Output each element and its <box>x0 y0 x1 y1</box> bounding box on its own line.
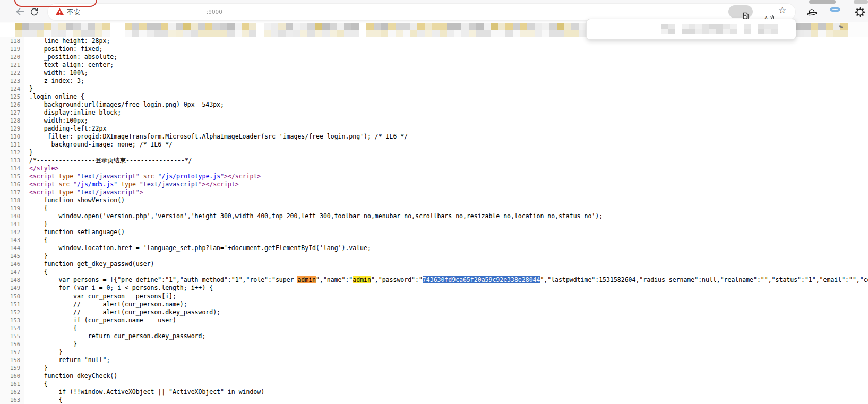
source-line: 158 return "null"; <box>0 356 868 364</box>
view-source-content: 118 line-height: 28px;119 position: fixe… <box>0 37 868 404</box>
source-line: 122 width: 100%; <box>0 69 868 77</box>
source-code-text: /*----------------登录页结束----------------*… <box>24 157 868 165</box>
source-line: 146 function get_dkey_passwd(user) <box>0 260 868 268</box>
source-line: 119 position: fixed; <box>0 45 868 53</box>
source-code-text: _position: absolute; <box>24 53 868 61</box>
source-code-text: function get_dkey_passwd(user) <box>24 260 868 268</box>
source-line: 163 { <box>0 396 868 404</box>
line-number: 126 <box>0 101 24 109</box>
source-link[interactable]: /js/md5.js <box>77 180 114 188</box>
line-number: 144 <box>0 244 24 252</box>
source-line: 154 { <box>0 324 868 332</box>
source-code-text: return "null"; <box>24 356 868 364</box>
search-in-source-button[interactable] <box>728 5 753 18</box>
background-tab-top[interactable] <box>854 0 868 4</box>
line-number: 143 <box>0 236 24 244</box>
source-code-text: { <box>24 324 868 332</box>
selected-text: 743630fd9ca65f20a59c92e338e28044 <box>423 276 540 283</box>
line-number: 150 <box>0 293 24 300</box>
line-number: 142 <box>0 228 24 236</box>
source-link[interactable]: /js/prototype.js <box>161 173 220 180</box>
source-code-text: .login-online { <box>24 93 868 101</box>
source-line: 136<script src="/js/md5.js" type="text/j… <box>0 180 868 188</box>
source-code-text: window.open('version.php','version','hei… <box>24 212 868 220</box>
source-code-text: { <box>24 268 868 276</box>
source-line: 127 display:inline-block; <box>0 109 868 117</box>
line-number: 137 <box>0 188 24 196</box>
source-line: 129 padding-left:22px <box>0 125 868 133</box>
line-number: 156 <box>0 340 24 348</box>
gear-icon <box>854 6 866 18</box>
source-line: 147 { <box>0 268 868 276</box>
source-line: 144 window.location.href = 'language_set… <box>0 244 868 252</box>
line-number: 124 <box>0 85 24 93</box>
line-number: 135 <box>0 173 24 180</box>
source-line: 156 } <box>0 340 868 348</box>
source-line: 125.login-online { <box>0 93 868 101</box>
source-line: 142 function setLanguage() <box>0 228 868 236</box>
source-line: 130 _filter: progid:DXImageTransform.Mic… <box>0 133 868 141</box>
line-number: 136 <box>0 180 24 188</box>
hat-icon <box>804 5 819 19</box>
source-line: 141 } <box>0 220 868 228</box>
source-line: 162 if (!!window.ActiveXObject || "Activ… <box>0 388 868 396</box>
gear-extension-button[interactable] <box>853 5 867 20</box>
source-line: 135<script type="text/javascript" src="/… <box>0 173 868 180</box>
line-number: 129 <box>0 125 24 133</box>
url-port-fragment: :9000 <box>207 8 222 15</box>
source-code-text: window.location.href = 'language_set.php… <box>24 244 868 252</box>
line-number: 152 <box>0 308 24 316</box>
line-number: 149 <box>0 284 24 292</box>
source-line: 139 { <box>0 204 868 212</box>
source-code-text: <script src="/js/md5.js" type="text/java… <box>24 180 868 188</box>
line-number: 123 <box>0 77 24 85</box>
arrow-left-icon <box>14 6 26 18</box>
line-number: 140 <box>0 212 24 220</box>
source-line: 134</style> <box>0 165 868 173</box>
line-number: 133 <box>0 157 24 165</box>
source-line: 145 } <box>0 252 868 260</box>
line-number: 138 <box>0 196 24 204</box>
source-line: 157 } <box>0 348 868 356</box>
source-code-text: background:url(images/free_login.png) 0p… <box>24 101 868 109</box>
source-line: 138 function showVersion() <box>0 196 868 204</box>
line-number: 155 <box>0 332 24 340</box>
refresh-icon <box>29 7 39 17</box>
find-on-page-panel[interactable] <box>586 19 796 40</box>
source-code-text: _ background-image: none; /* IE6 */ <box>24 141 868 149</box>
source-code-text: width: 100%; <box>24 69 868 77</box>
browser-window: 不安 :9000 A ☆ <box>0 0 868 404</box>
line-number: 162 <box>0 388 24 396</box>
red-annotation-outline <box>14 0 97 7</box>
find-match: admin <box>353 276 371 283</box>
background-tab-top[interactable] <box>809 0 836 4</box>
security-label: 不安 <box>67 8 81 17</box>
source-line: 121 text-align: center; <box>0 61 868 69</box>
source-code-text: } <box>24 149 868 157</box>
source-line: 151 // alert(cur_person.name); <box>0 300 868 308</box>
source-line: 126 background:url(images/free_login.png… <box>0 101 868 109</box>
source-line: 123 z-index: 3; <box>0 77 868 85</box>
read-aloud-button[interactable]: A <box>755 5 770 20</box>
source-code-text: if (cur_person.name == user) <box>24 316 868 324</box>
source-line: 143 { <box>0 236 868 244</box>
source-code-text: } <box>24 220 868 228</box>
source-code-text: // alert(cur_person.dkey_password); <box>24 308 868 316</box>
line-number: 130 <box>0 133 24 141</box>
profile-avatar-ring[interactable] <box>830 7 840 12</box>
source-code-text: display:inline-block; <box>24 109 868 117</box>
source-code-text: for (var i = 0; i < persons.length; i++)… <box>24 284 868 292</box>
favorite-star-icon[interactable]: ☆ <box>775 4 789 16</box>
source-code-text: } <box>24 364 868 372</box>
line-number: 132 <box>0 149 24 157</box>
source-code-text: text-align: center; <box>24 61 868 69</box>
line-number: 158 <box>0 356 24 364</box>
hat-extension-button[interactable] <box>804 5 819 20</box>
address-bar[interactable]: 不安 :9000 A ☆ <box>48 4 795 20</box>
line-number: 151 <box>0 300 24 308</box>
source-code-text: } <box>24 252 868 260</box>
source-code-text: _filter: progid:DXImageTransform.Microso… <box>24 133 868 141</box>
line-number: 125 <box>0 93 24 101</box>
source-line: 153 if (cur_person.name == user) <box>0 316 868 324</box>
source-line: 160 function dkeyCheck() <box>0 372 868 380</box>
